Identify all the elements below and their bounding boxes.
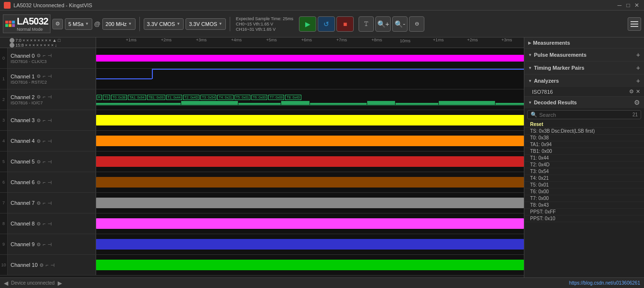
menu-button[interactable] bbox=[628, 17, 641, 31]
decoded-settings-icon[interactable]: ⚙ bbox=[634, 99, 640, 106]
channel-wave-1 bbox=[96, 69, 524, 89]
decoded-item-t7[interactable]: T7: 0x00 bbox=[524, 195, 644, 202]
device-settings-button[interactable]: ⚙ bbox=[52, 19, 63, 29]
ch6-icon2[interactable]: ⌐ bbox=[43, 180, 46, 185]
channel-row-7: 7 Channel 7 ⚙ ⌐ ⊣ bbox=[0, 193, 524, 213]
decoded-item-reset[interactable]: Reset bbox=[524, 121, 644, 128]
decoded-item-t4[interactable]: T4: 0x21 bbox=[524, 175, 644, 182]
decoded-item-ta1[interactable]: TA1: 0x94 bbox=[524, 141, 644, 148]
scroll-left-button[interactable]: ◀ bbox=[4, 280, 8, 287]
ch3-gear[interactable]: ⚙ bbox=[37, 118, 41, 123]
decoded-item-t6[interactable]: T6: 0x00 bbox=[524, 188, 644, 195]
measurements-triangle: ▶ bbox=[528, 41, 531, 45]
decoded-item-ts[interactable]: TS: 0x3B Dsc:Direct(LSB first) bbox=[524, 128, 644, 135]
decoded-item-t2[interactable]: T2: 0x4D bbox=[524, 162, 644, 168]
tick-minus5ms-left: +5ms bbox=[266, 38, 277, 42]
ch1-icon3[interactable]: ⊣ bbox=[48, 74, 52, 79]
analyzer-settings-icon[interactable]: ⚙ bbox=[629, 88, 634, 95]
ch8-icon3[interactable]: ⊣ bbox=[48, 221, 52, 226]
channel-row-9: 9 Channel 9 ⚙ ⌐ ⊣ bbox=[0, 234, 524, 255]
right-panel: ▶ Measurements ▼ Pulse Measurements + ▼ … bbox=[524, 38, 644, 277]
analyzers-section: ▼ Analyzers + ISO7816 ⚙ ✕ bbox=[524, 75, 644, 97]
frequency-dropdown[interactable]: 200 MHz ▼ bbox=[102, 18, 136, 30]
channel-label-6: 6 Channel 6 ⚙ ⌐ ⊣ bbox=[0, 172, 96, 192]
status-link[interactable]: https://blog.csdn.net/u013606261 bbox=[569, 280, 640, 286]
decoded-item-t3[interactable]: T3: 0x54 bbox=[524, 168, 644, 175]
decoded-item-t0[interactable]: T0: 0x38 bbox=[524, 135, 644, 141]
sample-rate-dropdown[interactable]: 5 MSa ▼ bbox=[65, 18, 92, 30]
pulse-section: ▼ Pulse Measurements + bbox=[524, 49, 644, 62]
channel-label-0: 0 Channel 0 ⚙ ⌐ ⊣ ISO7816 - CLK/C3 bbox=[0, 48, 96, 68]
ch8-gear[interactable]: ⚙ bbox=[37, 221, 41, 226]
transport-buttons: ▶ ↺ ■ bbox=[299, 16, 354, 32]
bit-row1-label: 7:0 × × × × × × × × ▲ □ bbox=[15, 38, 61, 43]
analyzer-close-icon[interactable]: ✕ bbox=[636, 88, 640, 95]
channel-wave-7 bbox=[96, 193, 524, 213]
ch9-icon2[interactable]: ⌐ bbox=[43, 242, 46, 247]
ch1-icon2[interactable]: ⌐ bbox=[43, 74, 46, 79]
ch0-icon2[interactable]: ⌐ bbox=[43, 53, 46, 58]
zoom-in-button[interactable]: 🔍- bbox=[392, 16, 408, 32]
tick-plus1ms: +1ms bbox=[433, 38, 444, 42]
voltage1-dropdown[interactable]: 3.3V CMOS ▼ bbox=[144, 18, 184, 30]
decoded-item-t5[interactable]: T5: 0x01 bbox=[524, 182, 644, 188]
ch10-gear[interactable]: ⚙ bbox=[39, 263, 44, 268]
tick-plus3ms: +3ms bbox=[501, 38, 512, 42]
ch5-icon2[interactable]: ⌐ bbox=[43, 159, 46, 164]
titlebar-controls[interactable]: ─ □ ✕ bbox=[616, 2, 640, 9]
decoded-item-t1[interactable]: T1: 0x44 bbox=[524, 155, 644, 162]
ch10-icon3[interactable]: ⊣ bbox=[50, 263, 55, 268]
sep2 bbox=[230, 17, 230, 31]
ch2-icon3[interactable]: ⊣ bbox=[48, 94, 52, 100]
ch9-gear[interactable]: ⚙ bbox=[37, 242, 41, 247]
pulse-header[interactable]: ▼ Pulse Measurements + bbox=[524, 49, 644, 61]
ch5-gear[interactable]: ⚙ bbox=[37, 159, 41, 164]
stop-button[interactable]: ■ bbox=[336, 16, 354, 32]
ch3-icon3[interactable]: ⊣ bbox=[48, 118, 52, 123]
ch7-icon2[interactable]: ⌐ bbox=[43, 200, 46, 206]
ch0-icon3[interactable]: ⊣ bbox=[48, 53, 52, 58]
ch6-icon3[interactable]: ⊣ bbox=[48, 180, 52, 185]
channel-wave-6 bbox=[96, 172, 524, 192]
ch4-icon2[interactable]: ⌐ bbox=[43, 138, 46, 144]
ch4-gear[interactable]: ⚙ bbox=[37, 138, 41, 144]
ch10-icon2[interactable]: ⌐ bbox=[46, 263, 49, 268]
analyzers-add-button[interactable]: + bbox=[636, 77, 640, 85]
search-input[interactable] bbox=[539, 112, 631, 118]
ch2-icon2[interactable]: ⌐ bbox=[43, 94, 46, 100]
ch7-gear[interactable]: ⚙ bbox=[37, 200, 41, 206]
decoded-item-ppst1[interactable]: PPST: 0xFF bbox=[524, 209, 644, 215]
analyzers-header[interactable]: ▼ Analyzers + bbox=[524, 75, 644, 87]
loop-button[interactable]: ↺ bbox=[318, 16, 335, 32]
pulse-add-button[interactable]: + bbox=[636, 51, 640, 59]
ch4-icon3[interactable]: ⊣ bbox=[48, 138, 52, 144]
channel-row-5: 5 Channel 5 ⚙ ⌐ ⊣ bbox=[0, 151, 524, 172]
close-button[interactable]: ✕ bbox=[633, 2, 640, 9]
timing-header[interactable]: ▼ Timing Marker Pairs + bbox=[524, 62, 644, 74]
cursor-tool-button[interactable]: 𝚃 bbox=[359, 16, 374, 32]
decoded-item-tb1[interactable]: TB1: 0x00 bbox=[524, 148, 644, 155]
ch1-gear[interactable]: ⚙ bbox=[37, 74, 41, 79]
marker-tool-button[interactable]: 🔍+ bbox=[375, 16, 391, 32]
ch0-gear[interactable]: ⚙ bbox=[37, 53, 41, 58]
ch9-icon3[interactable]: ⊣ bbox=[48, 242, 52, 247]
voltage2-dropdown[interactable]: 3.3V CMOS ▼ bbox=[186, 18, 226, 30]
ch8-icon2[interactable]: ⌐ bbox=[43, 221, 46, 226]
zoom-out-button[interactable]: ⊖ bbox=[409, 16, 424, 32]
ch6-gear[interactable]: ⚙ bbox=[37, 180, 41, 185]
ch3-icon2[interactable]: ⌐ bbox=[43, 118, 46, 123]
scroll-right-button[interactable]: ▶ bbox=[58, 280, 62, 287]
analyzer-row-iso7816: ISO7816 ⚙ ✕ bbox=[524, 87, 644, 96]
maximize-button[interactable]: □ bbox=[625, 2, 632, 9]
timing-add-button[interactable]: + bbox=[636, 64, 640, 72]
minimize-button[interactable]: ─ bbox=[616, 2, 623, 9]
ch2-gear[interactable]: ⚙ bbox=[37, 94, 41, 100]
ch7-icon3[interactable]: ⊣ bbox=[48, 200, 52, 206]
measurements-header[interactable]: ▶ Measurements bbox=[524, 38, 644, 48]
titlebar-left: LA5032 Unconnected - KingstVIS bbox=[4, 2, 92, 9]
play-button[interactable]: ▶ bbox=[299, 16, 316, 32]
channel-row-4: 4 Channel 4 ⚙ ⌐ ⊣ bbox=[0, 131, 524, 151]
decoded-item-t8[interactable]: T8: 0x43 bbox=[524, 202, 644, 209]
ch5-icon3[interactable]: ⊣ bbox=[48, 159, 52, 164]
decoded-item-ppst2[interactable]: PPST: 0x10 bbox=[524, 215, 644, 222]
